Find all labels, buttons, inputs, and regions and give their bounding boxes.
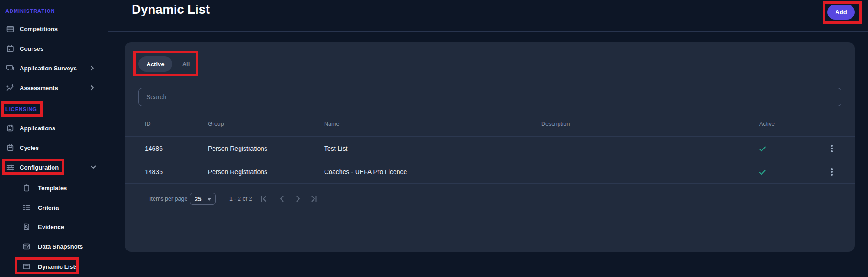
row-menu-kebab-icon[interactable] bbox=[829, 145, 835, 152]
dynamic-list-card: Active All ID Group Name Description Act… bbox=[125, 42, 855, 252]
table-header-row: ID Group Name Description Active bbox=[125, 114, 855, 136]
sidebar-item-label: Data Snapshots bbox=[38, 243, 83, 250]
fact-check-icon bbox=[23, 243, 30, 250]
clipboard-icon bbox=[23, 184, 30, 192]
chart-icon bbox=[6, 84, 14, 92]
next-page-icon[interactable] bbox=[294, 195, 302, 203]
sidebar-item-label: Templates bbox=[38, 185, 67, 192]
sidebar-item-templates[interactable]: Templates bbox=[0, 183, 108, 193]
section-label-licensing: LICENSING bbox=[5, 107, 37, 112]
cell-name: Test List bbox=[324, 145, 347, 152]
tab-active[interactable]: Active bbox=[138, 56, 172, 72]
sliders-icon bbox=[6, 164, 14, 171]
page-title: Dynamic List bbox=[132, 2, 210, 17]
column-header-name: Name bbox=[324, 121, 339, 127]
table-icon bbox=[6, 25, 14, 33]
sidebar-item-label: Cycles bbox=[20, 144, 39, 151]
table-row[interactable]: 14835 Person Registrations Coaches - UEF… bbox=[125, 161, 855, 183]
sidebar: ADMINISTRATION Competitions Courses Appl… bbox=[0, 0, 108, 277]
items-per-page-label: Items per page bbox=[149, 196, 187, 202]
previous-page-icon[interactable] bbox=[278, 195, 286, 203]
sidebar-item-dynamic-lists[interactable]: Dynamic Lists bbox=[0, 261, 108, 272]
dynamic-list-page: ADMINISTRATION Competitions Courses Appl… bbox=[0, 0, 868, 277]
column-header-description: Description bbox=[541, 121, 570, 127]
list-icon bbox=[23, 204, 30, 211]
sidebar-item-label: Evidence bbox=[38, 224, 64, 230]
sidebar-item-courses[interactable]: Courses bbox=[0, 43, 108, 53]
cell-name: Coaches - UEFA Pro Licence bbox=[324, 168, 407, 176]
sidebar-item-application-surveys[interactable]: Application Surveys bbox=[0, 63, 108, 73]
table-row[interactable]: 14686 Person Registrations Test List bbox=[125, 136, 855, 161]
sidebar-item-label: Competitions bbox=[20, 26, 58, 32]
check-icon bbox=[759, 169, 766, 176]
row-divider bbox=[125, 183, 855, 184]
sidebar-item-label: Application Surveys bbox=[20, 65, 77, 72]
section-label-administration: ADMINISTRATION bbox=[5, 8, 55, 14]
sidebar-item-label: Applications bbox=[20, 125, 55, 132]
check-icon bbox=[759, 146, 766, 153]
search-input[interactable] bbox=[139, 88, 841, 106]
sidebar-item-configuration[interactable]: Configuration bbox=[0, 162, 108, 172]
document-search-icon bbox=[23, 223, 30, 230]
cell-group: Person Registrations bbox=[208, 168, 267, 176]
sidebar-item-label: Criteria bbox=[38, 204, 59, 211]
sidebar-item-cycles[interactable]: Cycles bbox=[0, 143, 108, 153]
caret-down-icon bbox=[208, 198, 211, 201]
row-menu-kebab-icon[interactable] bbox=[829, 168, 835, 176]
sidebar-item-competitions[interactable]: Competitions bbox=[0, 24, 108, 34]
add-button[interactable]: Add bbox=[827, 5, 855, 20]
notepad-icon bbox=[6, 124, 14, 132]
cell-group: Person Registrations bbox=[208, 145, 267, 152]
page-range-label: 1 - 2 of 2 bbox=[229, 196, 252, 202]
chat-icon bbox=[6, 64, 14, 72]
calendar-icon bbox=[6, 45, 14, 53]
cell-id: 14686 bbox=[145, 145, 163, 152]
sidebar-item-label: Courses bbox=[20, 45, 43, 52]
chevron-right-icon bbox=[91, 85, 94, 91]
page-size-value: 25 bbox=[195, 196, 201, 202]
page-size-select[interactable]: 25 bbox=[190, 193, 216, 205]
tab-divider bbox=[125, 76, 855, 76]
sidebar-item-data-snapshots[interactable]: Data Snapshots bbox=[0, 241, 108, 251]
chevron-right-icon bbox=[91, 65, 94, 71]
search-box bbox=[138, 88, 841, 106]
notepad-icon bbox=[6, 144, 14, 152]
sidebar-item-applications[interactable]: Applications bbox=[0, 123, 108, 133]
column-header-id: ID bbox=[145, 121, 151, 127]
sidebar-item-assessments[interactable]: Assessments bbox=[0, 83, 108, 93]
paginator: Items per page 25 1 - 2 of 2 bbox=[125, 188, 855, 209]
last-page-icon[interactable] bbox=[310, 195, 318, 203]
page-header: Dynamic List Add bbox=[108, 0, 868, 32]
sidebar-item-label: Assessments bbox=[20, 85, 58, 91]
sidebar-item-criteria[interactable]: Criteria bbox=[0, 202, 108, 213]
sidebar-item-evidence[interactable]: Evidence bbox=[0, 222, 108, 232]
column-header-group: Group bbox=[208, 121, 224, 127]
column-header-active: Active bbox=[759, 121, 775, 127]
cell-id: 14835 bbox=[145, 168, 163, 176]
sidebar-item-label: Dynamic Lists bbox=[38, 263, 78, 270]
tab-all[interactable]: All bbox=[172, 56, 200, 72]
first-page-icon[interactable] bbox=[260, 195, 268, 203]
chevron-down-icon bbox=[91, 165, 96, 169]
sidebar-item-label: Configuration bbox=[20, 164, 59, 171]
card-list-icon bbox=[23, 263, 30, 270]
